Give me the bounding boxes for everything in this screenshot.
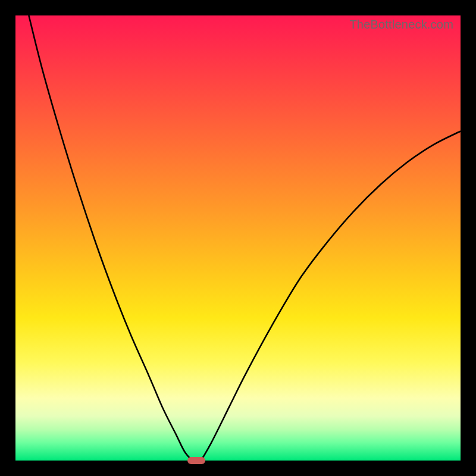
chart-frame: TheBottleneck.com [0,0,476,476]
curve-right-branch [201,131,461,461]
plot-area: TheBottleneck.com [15,15,461,461]
optimal-marker [187,457,205,464]
curve-left-branch [29,15,192,461]
bottleneck-curve [15,15,461,461]
